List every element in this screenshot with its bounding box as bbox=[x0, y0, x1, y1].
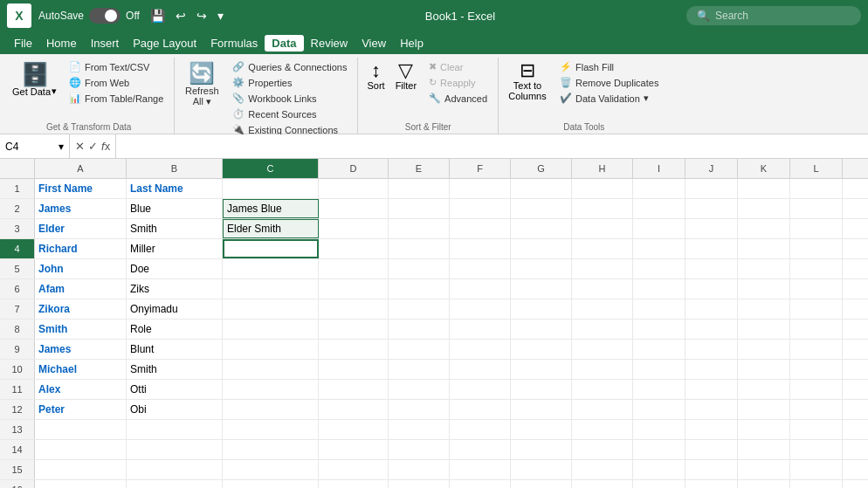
formula-input[interactable] bbox=[116, 134, 868, 158]
cell-c10[interactable] bbox=[223, 360, 319, 379]
cell-g10[interactable] bbox=[511, 360, 572, 379]
cell-k8[interactable] bbox=[738, 320, 790, 339]
properties-button[interactable]: ⚙️ Properties bbox=[227, 75, 352, 90]
cell-d12[interactable] bbox=[319, 400, 389, 419]
cell-f5[interactable] bbox=[450, 259, 511, 278]
cell-l10[interactable] bbox=[790, 360, 843, 379]
col-header-e[interactable]: E bbox=[389, 159, 450, 178]
cell-f4[interactable] bbox=[450, 239, 511, 258]
menu-home[interactable]: Home bbox=[39, 35, 84, 52]
cell-j3[interactable] bbox=[685, 219, 738, 238]
col-header-a[interactable]: A bbox=[35, 159, 127, 178]
cell-c4[interactable] bbox=[223, 239, 319, 258]
workbook-links-button[interactable]: 📎 Workbook Links bbox=[227, 91, 352, 106]
cell-e12[interactable] bbox=[389, 400, 450, 419]
cell-l6[interactable] bbox=[790, 279, 843, 299]
cell-k4[interactable] bbox=[738, 239, 790, 258]
cell-b8[interactable]: Role bbox=[127, 320, 223, 339]
menu-file[interactable]: File bbox=[7, 35, 39, 52]
refresh-all-button[interactable]: 🔄 Refresh All ▾ bbox=[180, 59, 224, 111]
redo-button[interactable]: ↪ bbox=[193, 7, 210, 24]
cell-a3[interactable]: Elder bbox=[35, 219, 127, 238]
cell-c9[interactable] bbox=[223, 340, 319, 359]
menu-help[interactable]: Help bbox=[393, 35, 431, 52]
cell-i2[interactable] bbox=[633, 199, 685, 218]
cell-e6[interactable] bbox=[389, 279, 450, 299]
cell-c7[interactable] bbox=[223, 299, 319, 319]
clear-button[interactable]: ✖ Clear bbox=[424, 59, 493, 74]
cell-b1[interactable]: Last Name bbox=[127, 179, 223, 198]
from-text-csv-button[interactable]: 📄 From Text/CSV bbox=[64, 59, 169, 74]
cell-b13[interactable] bbox=[127, 420, 223, 439]
cell-c2[interactable]: James Blue bbox=[223, 199, 319, 218]
cell-c15[interactable] bbox=[223, 460, 319, 479]
cell-a8[interactable]: Smith bbox=[35, 320, 127, 339]
cell-l8[interactable] bbox=[790, 320, 843, 339]
cell-b15[interactable] bbox=[127, 460, 223, 479]
cell-c14[interactable] bbox=[223, 440, 319, 459]
cell-j10[interactable] bbox=[685, 360, 738, 379]
cell-f9[interactable] bbox=[450, 340, 511, 359]
cell-l14[interactable] bbox=[790, 440, 843, 459]
cell-d6[interactable] bbox=[319, 279, 389, 299]
cell-l13[interactable] bbox=[790, 420, 843, 439]
menu-data[interactable]: Data bbox=[265, 35, 303, 52]
from-web-button[interactable]: 🌐 From Web bbox=[64, 75, 169, 90]
cell-j16[interactable] bbox=[685, 480, 738, 488]
advanced-button[interactable]: 🔧 Advanced bbox=[424, 91, 493, 106]
cell-reference[interactable]: C4 ▾ bbox=[0, 134, 70, 158]
cell-e3[interactable] bbox=[389, 219, 450, 238]
cell-j7[interactable] bbox=[685, 299, 738, 319]
cell-k7[interactable] bbox=[738, 299, 790, 319]
cell-j1[interactable] bbox=[685, 179, 738, 198]
menu-insert[interactable]: Insert bbox=[84, 35, 127, 52]
cell-b16[interactable] bbox=[127, 480, 223, 488]
cell-f16[interactable] bbox=[450, 480, 511, 488]
cell-a10[interactable]: Michael bbox=[35, 360, 127, 379]
cell-h7[interactable] bbox=[572, 299, 633, 319]
cell-a2[interactable]: James bbox=[35, 199, 127, 218]
search-input[interactable] bbox=[715, 10, 837, 22]
cell-a4[interactable]: Richard bbox=[35, 239, 127, 258]
cell-j2[interactable] bbox=[685, 199, 738, 218]
cell-j12[interactable] bbox=[685, 400, 738, 419]
cell-b11[interactable]: Otti bbox=[127, 380, 223, 399]
col-header-c[interactable]: C bbox=[223, 159, 319, 178]
cell-d10[interactable] bbox=[319, 360, 389, 379]
text-to-columns-button[interactable]: ⊟ Text to Columns bbox=[504, 59, 551, 103]
cell-a11[interactable]: Alex bbox=[35, 380, 127, 399]
cell-h8[interactable] bbox=[572, 320, 633, 339]
cell-k14[interactable] bbox=[738, 440, 790, 459]
autosave-toggle[interactable] bbox=[89, 8, 121, 24]
cell-b12[interactable]: Obi bbox=[127, 400, 223, 419]
cell-a14[interactable] bbox=[35, 440, 127, 459]
cell-l4[interactable] bbox=[790, 239, 843, 258]
cell-h4[interactable] bbox=[572, 239, 633, 258]
cell-j5[interactable] bbox=[685, 259, 738, 278]
cell-f3[interactable] bbox=[450, 219, 511, 238]
cell-i4[interactable] bbox=[633, 239, 685, 258]
cell-j13[interactable] bbox=[685, 420, 738, 439]
cell-a5[interactable]: John bbox=[35, 259, 127, 278]
cell-c13[interactable] bbox=[223, 420, 319, 439]
search-box[interactable]: 🔍 bbox=[686, 6, 861, 25]
cell-c11[interactable] bbox=[223, 380, 319, 399]
cell-k16[interactable] bbox=[738, 480, 790, 488]
menu-review[interactable]: Review bbox=[304, 35, 355, 52]
col-header-j[interactable]: J bbox=[685, 159, 738, 178]
cell-l15[interactable] bbox=[790, 460, 843, 479]
cell-e11[interactable] bbox=[389, 380, 450, 399]
cell-g7[interactable] bbox=[511, 299, 572, 319]
data-validation-button[interactable]: ✔️ Data Validation ▾ bbox=[555, 91, 664, 106]
cell-j11[interactable] bbox=[685, 380, 738, 399]
get-data-button[interactable]: 🗄️ Get Data ▾ bbox=[9, 59, 60, 97]
cell-g15[interactable] bbox=[511, 460, 572, 479]
cell-d16[interactable] bbox=[319, 480, 389, 488]
cell-j14[interactable] bbox=[685, 440, 738, 459]
customize-button[interactable]: ▾ bbox=[214, 7, 227, 24]
cell-j8[interactable] bbox=[685, 320, 738, 339]
cell-e14[interactable] bbox=[389, 440, 450, 459]
cell-l16[interactable] bbox=[790, 480, 843, 488]
cell-e13[interactable] bbox=[389, 420, 450, 439]
col-header-i[interactable]: I bbox=[633, 159, 685, 178]
